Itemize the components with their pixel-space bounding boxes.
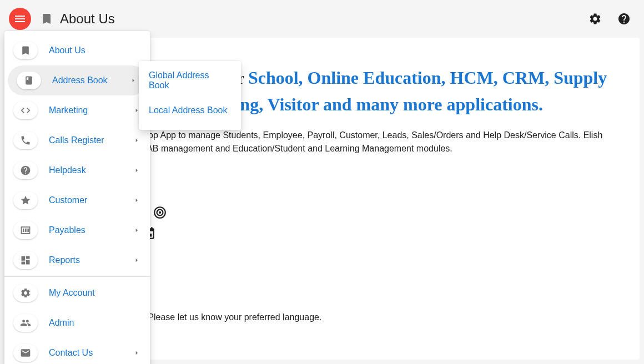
help-icon (13, 161, 38, 179)
star-icon (13, 191, 38, 209)
nav-item-payables[interactable]: Payables (4, 215, 150, 245)
page-title: About Us (60, 11, 584, 27)
submenu-address-book: Global Address BookLocal Address Book (139, 61, 241, 130)
nav-item-label: Contact Us (49, 348, 132, 358)
chevron-right-icon (132, 348, 141, 357)
nav-item-label: Reports (49, 255, 132, 265)
nav-item-label: My Account (49, 288, 141, 298)
nav-item-label: Address Book (52, 75, 129, 85)
nav-item-customer[interactable]: Customer (4, 185, 150, 215)
contacts-icon (17, 72, 41, 89)
nav-item-reports[interactable]: Reports (4, 245, 150, 275)
nav-item-my-account[interactable]: My Account (4, 278, 150, 308)
help-icon (617, 12, 631, 26)
code-icon (13, 102, 38, 119)
bookmark-icon (13, 42, 38, 59)
nav-item-marketing[interactable]: Marketing (4, 95, 150, 125)
nav-item-label: Helpdesk (49, 165, 132, 175)
nav-item-calls-register[interactable]: Calls Register (4, 125, 150, 155)
track-changes-icon (153, 205, 167, 220)
nav-item-address-book[interactable]: Address Book (8, 65, 147, 95)
chevron-right-icon (132, 166, 141, 175)
settings-icon (13, 284, 38, 302)
menu-icon (13, 12, 27, 26)
nav-item-label: Marketing (49, 105, 132, 115)
chevron-right-icon (132, 136, 141, 145)
nav-drawer: About UsAddress BookMarketingCalls Regis… (4, 31, 150, 364)
mail-icon (13, 344, 38, 362)
nav-item-label: Calls Register (49, 135, 132, 145)
help-button[interactable] (613, 8, 635, 30)
nav-item-label: Payables (49, 225, 132, 235)
nav-item-admin[interactable]: Admin (4, 308, 150, 338)
chevron-right-icon (132, 196, 141, 205)
group-icon (13, 314, 38, 332)
nav-item-helpdesk[interactable]: Helpdesk (4, 155, 150, 185)
divider (4, 276, 150, 277)
submenu-item-local-address-book[interactable]: Local Address Book (139, 95, 241, 125)
phone-icon (13, 132, 38, 149)
submenu-item-global-address-book[interactable]: Global Address Book (139, 65, 241, 95)
settings-button[interactable] (584, 8, 606, 30)
nav-item-label: Customer (49, 195, 132, 205)
nav-item-label: Admin (49, 318, 141, 328)
menu-button[interactable] (9, 8, 31, 30)
money-icon (13, 221, 38, 239)
nav-item-contact-us[interactable]: Contact Us (4, 338, 150, 364)
bookmark-icon (40, 12, 53, 26)
gear-icon (588, 12, 602, 26)
nav-item-label: About Us (49, 46, 141, 55)
chevron-right-icon (129, 76, 138, 85)
chevron-right-icon (132, 226, 141, 235)
chevron-right-icon (132, 256, 141, 265)
nav-item-about-us[interactable]: About Us (4, 36, 150, 65)
dashboard-icon (13, 251, 38, 269)
